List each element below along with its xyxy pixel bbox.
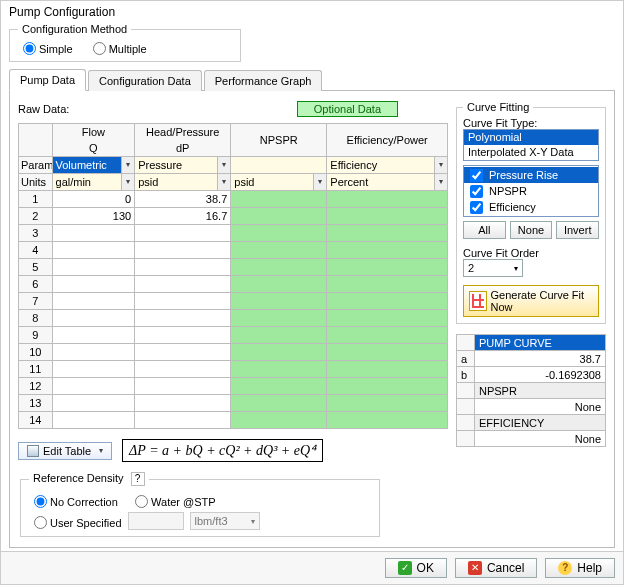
table-row[interactable]: 213016.7 [19,208,448,225]
cell-npspr[interactable] [231,344,327,361]
radio-multiple[interactable]: Multiple [88,43,147,55]
table-row[interactable]: 12 [19,378,448,395]
tab-perf-graph[interactable]: Performance Graph [204,70,323,91]
cell-head[interactable]: 16.7 [135,208,231,225]
units-head[interactable]: psid▾ [135,174,231,191]
cell-npspr[interactable] [231,225,327,242]
invert-button[interactable]: Invert [556,221,599,239]
table-row[interactable]: 6 [19,276,448,293]
cell-flow[interactable] [52,412,135,429]
radio-user-specified[interactable]: User Specified [29,513,122,529]
table-row[interactable]: 7 [19,293,448,310]
help-button[interactable]: Help [545,558,615,578]
cell-eff[interactable] [327,344,448,361]
cell-head[interactable] [135,395,231,412]
cell-npspr[interactable] [231,276,327,293]
edit-table-button[interactable]: Edit Table ▾ [18,442,112,460]
cell-flow[interactable] [52,293,135,310]
param-head[interactable]: Pressure▾ [135,157,231,174]
cell-flow[interactable]: 0 [52,191,135,208]
list-item[interactable]: Polynomial [464,130,598,145]
check-efficiency[interactable]: Efficiency [464,199,598,215]
table-row[interactable]: 4 [19,242,448,259]
check-pressure-rise[interactable]: Pressure Rise [464,167,598,183]
curve-fit-type-list[interactable]: Polynomial Interpolated X-Y Data [463,129,599,161]
cell-npspr[interactable] [231,208,327,225]
cell-eff[interactable] [327,225,448,242]
cell-eff[interactable] [327,395,448,412]
table-row[interactable]: 3 [19,225,448,242]
cell-eff[interactable] [327,191,448,208]
chevron-down-icon[interactable]: ▾ [121,174,134,190]
chevron-down-icon[interactable]: ▾ [313,174,326,190]
check-npspr[interactable]: NPSPR [464,183,598,199]
cell-flow[interactable] [52,259,135,276]
cell-npspr[interactable] [231,242,327,259]
cell-npspr[interactable] [231,378,327,395]
cell-head[interactable] [135,378,231,395]
chevron-down-icon[interactable]: ▾ [434,174,447,190]
table-row[interactable]: 5 [19,259,448,276]
cell-flow[interactable] [52,378,135,395]
table-row[interactable]: 9 [19,327,448,344]
cell-npspr[interactable] [231,191,327,208]
cell-eff[interactable] [327,208,448,225]
cell-head[interactable] [135,259,231,276]
tab-config-data[interactable]: Configuration Data [88,70,202,91]
chevron-down-icon[interactable]: ▾ [434,157,447,173]
cell-eff[interactable] [327,259,448,276]
units-flow[interactable]: gal/min▾ [52,174,135,191]
chevron-down-icon[interactable]: ▾ [99,446,103,455]
help-icon[interactable]: ? [131,472,145,486]
cell-flow[interactable] [52,276,135,293]
cell-npspr[interactable] [231,412,327,429]
all-button[interactable]: All [463,221,506,239]
cell-eff[interactable] [327,327,448,344]
cell-eff[interactable] [327,361,448,378]
cell-npspr[interactable] [231,293,327,310]
table-row[interactable]: 11 [19,361,448,378]
cell-flow[interactable] [52,310,135,327]
table-row[interactable]: 14 [19,412,448,429]
cell-head[interactable] [135,344,231,361]
cell-npspr[interactable] [231,259,327,276]
cell-flow[interactable]: 130 [52,208,135,225]
cell-eff[interactable] [327,293,448,310]
cell-flow[interactable] [52,344,135,361]
cell-head[interactable] [135,293,231,310]
tab-pump-data[interactable]: Pump Data [9,69,86,91]
cell-head[interactable] [135,361,231,378]
cell-eff[interactable] [327,412,448,429]
none-button[interactable]: None [510,221,553,239]
radio-water-stp[interactable]: Water @STP [130,496,216,508]
cell-flow[interactable] [52,225,135,242]
ok-button[interactable]: OK [385,558,447,578]
cell-head[interactable] [135,310,231,327]
cell-npspr[interactable] [231,310,327,327]
optional-data-button[interactable]: Optional Data [297,101,398,117]
cell-flow[interactable] [52,361,135,378]
cell-flow[interactable] [52,395,135,412]
curve-fit-order-select[interactable]: 2▾ [463,259,523,277]
table-row[interactable]: 8 [19,310,448,327]
cell-head[interactable] [135,242,231,259]
param-flow[interactable]: Volumetric▾ [52,157,135,174]
chevron-down-icon[interactable]: ▾ [217,157,230,173]
cell-eff[interactable] [327,378,448,395]
cell-npspr[interactable] [231,395,327,412]
radio-simple[interactable]: Simple [18,43,73,55]
units-npspr[interactable]: psid▾ [231,174,327,191]
generate-curve-fit-button[interactable]: Generate Curve Fit Now [463,285,599,317]
cancel-button[interactable]: Cancel [455,558,537,578]
table-row[interactable]: 10 [19,344,448,361]
radio-no-correction[interactable]: No Correction [29,496,118,508]
cell-head[interactable] [135,327,231,344]
cell-eff[interactable] [327,310,448,327]
list-item[interactable]: Interpolated X-Y Data [464,145,598,160]
cell-npspr[interactable] [231,361,327,378]
curve-fit-check-list[interactable]: Pressure Rise NPSPR Efficiency [463,165,599,217]
cell-flow[interactable] [52,327,135,344]
cell-head[interactable] [135,276,231,293]
cell-eff[interactable] [327,242,448,259]
cell-head[interactable]: 38.7 [135,191,231,208]
